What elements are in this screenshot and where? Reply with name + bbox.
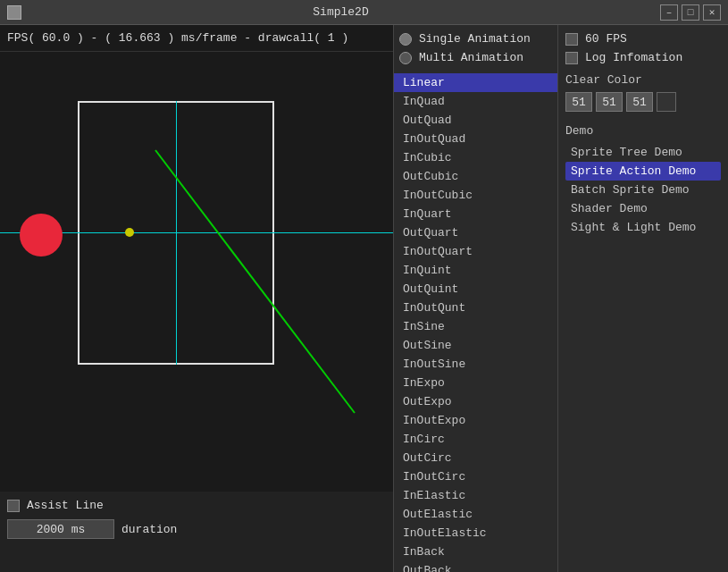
color-g-value[interactable]: 51 <box>596 92 623 112</box>
easing-item-outexpo[interactable]: OutExpo <box>394 392 557 411</box>
easing-panel: Single Animation Multi Animation LinearI… <box>393 25 558 572</box>
easing-item-inoutcubic[interactable]: InOutCubic <box>394 186 557 205</box>
easing-item-inquint[interactable]: InQuint <box>394 261 557 280</box>
multi-animation-btn[interactable]: Multi Animation <box>399 51 552 64</box>
animation-buttons: Single Animation Multi Animation <box>394 25 557 72</box>
viewport <box>0 52 393 492</box>
log-option-row: Log Infomation <box>565 51 721 64</box>
assist-line-checkbox[interactable] <box>7 500 20 512</box>
demo-item-sprite-tree[interactable]: Sprite Tree Demo <box>565 143 721 162</box>
easing-item-inoutcirc[interactable]: InOutCirc <box>394 467 557 486</box>
color-swatch[interactable] <box>657 92 676 112</box>
green-line-svg <box>78 101 393 414</box>
demo-item-sight-light[interactable]: Sight & Light Demo <box>565 218 721 237</box>
log-label: Log Infomation <box>585 51 682 64</box>
single-animation-label: Single Animation <box>419 32 531 46</box>
close-button[interactable]: ✕ <box>703 4 721 21</box>
demo-section: Demo Sprite Tree DemoSprite Action DemoB… <box>565 124 721 237</box>
fps-checkbox[interactable] <box>565 33 578 46</box>
clear-color-section: Clear Color 51 51 51 <box>565 73 721 112</box>
single-animation-radio[interactable] <box>399 33 412 46</box>
easing-item-inquart[interactable]: InQuart <box>394 205 557 223</box>
duration-input[interactable] <box>7 519 114 539</box>
window-controls: – □ ✕ <box>660 4 721 21</box>
easing-item-inback[interactable]: InBack <box>394 543 557 561</box>
red-circle <box>20 214 63 257</box>
fps-label: 60 FPS <box>585 32 627 46</box>
easing-item-inexpo[interactable]: InExpo <box>394 374 557 392</box>
duration-label: duration <box>121 523 177 536</box>
easing-item-incirc[interactable]: InCirc <box>394 430 557 449</box>
right-panel: 60 FPS Log Infomation Clear Color 51 51 … <box>558 25 728 572</box>
easing-item-inoutelastic[interactable]: InOutElastic <box>394 524 557 543</box>
demo-item-shader[interactable]: Shader Demo <box>565 199 721 218</box>
log-checkbox[interactable] <box>565 52 578 64</box>
color-values: 51 51 51 <box>565 92 721 112</box>
easing-item-inoutsine[interactable]: InOutSine <box>394 355 557 374</box>
color-r-value[interactable]: 51 <box>565 92 592 112</box>
fps-bar: FPS( 60.0 ) - ( 16.663 ) ms/frame - draw… <box>0 25 393 52</box>
easing-item-outelastic[interactable]: OutElastic <box>394 505 557 524</box>
color-b-value[interactable]: 51 <box>626 92 653 112</box>
demo-item-batch-sprite[interactable]: Batch Sprite Demo <box>565 181 721 199</box>
easing-item-insine[interactable]: InSine <box>394 317 557 336</box>
multi-animation-label: Multi Animation <box>419 51 523 64</box>
easing-item-inelastic[interactable]: InElastic <box>394 486 557 505</box>
green-diagonal-line <box>78 101 79 102</box>
maximize-button[interactable]: □ <box>682 4 699 21</box>
easing-item-outback[interactable]: OutBack <box>394 561 557 572</box>
yellow-dot <box>125 228 134 237</box>
fps-option-row: 60 FPS <box>565 32 721 46</box>
assist-line-row: Assist Line <box>7 499 386 512</box>
multi-animation-radio[interactable] <box>399 52 412 64</box>
easing-item-inquad[interactable]: InQuad <box>394 92 557 111</box>
easing-item-inoutquad[interactable]: InOutQuad <box>394 130 557 148</box>
easing-item-outquint[interactable]: OutQuint <box>394 280 557 299</box>
easing-item-linear[interactable]: Linear <box>394 73 557 92</box>
easing-list[interactable]: LinearInQuadOutQuadInOutQuadInCubicOutCu… <box>394 72 557 572</box>
assist-line-label: Assist Line <box>27 499 104 512</box>
single-animation-btn[interactable]: Single Animation <box>399 32 552 46</box>
svg-line-0 <box>155 150 355 413</box>
minimize-button[interactable]: – <box>660 4 678 21</box>
easing-item-outquad[interactable]: OutQuad <box>394 111 557 130</box>
easing-item-outcirc[interactable]: OutCirc <box>394 449 557 467</box>
main-content: FPS( 60.0 ) - ( 16.663 ) ms/frame - draw… <box>0 25 728 572</box>
bottom-controls: Assist Line duration <box>0 492 393 572</box>
easing-item-inoutexpo[interactable]: InOutExpo <box>394 411 557 430</box>
easing-item-outsine[interactable]: OutSine <box>394 336 557 355</box>
demo-section-label: Demo <box>565 124 721 138</box>
easing-item-inoutqunt[interactable]: InOutQunt <box>394 299 557 317</box>
canvas-area: FPS( 60.0 ) - ( 16.663 ) ms/frame - draw… <box>0 25 393 572</box>
easing-item-outquart[interactable]: OutQuart <box>394 223 557 242</box>
clear-color-label: Clear Color <box>565 73 721 87</box>
fps-text: FPS( 60.0 ) - ( 16.663 ) ms/frame - draw… <box>7 31 348 45</box>
window-title: Simple2D <box>21 5 660 19</box>
titlebar: Simple2D – □ ✕ <box>0 0 728 25</box>
easing-item-outcubic[interactable]: OutCubic <box>394 167 557 186</box>
duration-row: duration <box>7 519 386 539</box>
demo-item-sprite-action[interactable]: Sprite Action Demo <box>565 162 721 181</box>
easing-item-incubic[interactable]: InCubic <box>394 148 557 167</box>
easing-item-inoutquart[interactable]: InOutQuart <box>394 242 557 261</box>
demo-list: Sprite Tree DemoSprite Action DemoBatch … <box>565 143 721 237</box>
app-icon <box>7 5 21 20</box>
